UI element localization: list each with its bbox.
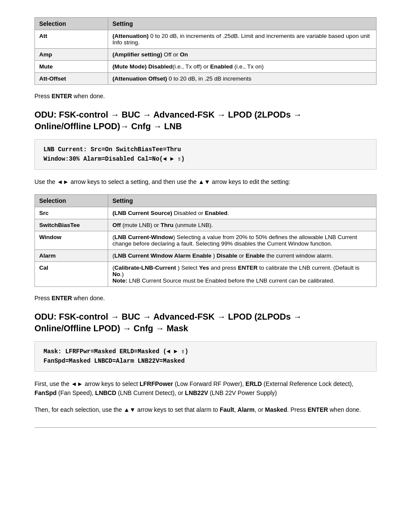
table1-row2-sel: Amp [35, 49, 108, 61]
table1-header-setting: Setting [108, 18, 377, 30]
table-row: Alarm (LNB Current Window Alarm Enable )… [35, 249, 377, 261]
table2-header-selection: Selection [35, 194, 108, 207]
code-block-2: Mask: LFRFPwr=Masked ERLD=Masked (◄ ► ⇧)… [34, 341, 377, 372]
table-row: Att (Attenuation) 0 to 20 dB, in increme… [35, 30, 377, 49]
code2-line1: Mask: LFRFPwr=Masked ERLD=Masked (◄ ► ⇧) [44, 348, 188, 355]
section1-heading: ODU: FSK-control → BUC → Advanced-FSK → … [34, 109, 377, 132]
table2-row3-set: (LNB Current-Window) Selecting a value f… [108, 231, 377, 249]
table2: Selection Setting Src (LNB Current Sourc… [34, 194, 377, 287]
table2-row4-sel: Alarm [35, 249, 108, 261]
table1-row4-set: (Attenuation Offset) 0 to 20 dB, in .25 … [108, 73, 377, 85]
instruction1: Use the ◄► arrow keys to select a settin… [34, 177, 377, 187]
table1-row1-set: (Attenuation) 0 to 20 dB, in increments … [108, 30, 377, 49]
section1-block: ODU: FSK-control → BUC → Advanced-FSK → … [34, 109, 377, 287]
table-row: Window (LNB Current-Window) Selecting a … [35, 231, 377, 249]
table-row: Amp (Amplifier setting) Off or On [35, 49, 377, 61]
press-enter-2: Press ENTER when done. [34, 295, 377, 302]
table1-container: Selection Setting Att (Attenuation) 0 to… [34, 17, 377, 85]
table2-row4-set: (LNB Current Window Alarm Enable ) Disab… [108, 249, 377, 261]
table-row: Cal (Calibrate-LNB-Current ) Select Yes … [35, 261, 377, 286]
table2-row5-set: (Calibrate-LNB-Current ) Select Yes and … [108, 261, 377, 286]
instruction3: Then, for each selection, use the ▲▼ arr… [34, 405, 377, 414]
table-row: Src (LNB Current Source) Disabled or Ena… [35, 207, 377, 219]
table2-row1-sel: Src [35, 207, 108, 219]
code-line2: Window:30% Alarm=Disabled Cal=No(◄ ► ⇧) [44, 156, 185, 162]
table2-row5-sel: Cal [35, 261, 108, 286]
bottom-divider [34, 427, 377, 428]
section2-block: ODU: FSK-control → BUC → Advanced-FSK → … [34, 311, 377, 414]
table2-row1-set: (LNB Current Source) Disabled or Enabled… [108, 207, 377, 219]
instruction2: First, use the ◄► arrow keys to select L… [34, 380, 377, 398]
table1-row2-set: (Amplifier setting) Off or On [108, 49, 377, 61]
table1-row3-sel: Mute [35, 61, 108, 73]
table2-row2-set: Off (mute LNB) or Thru (unmute LNB). [108, 219, 377, 231]
table-row: Att-Offset (Attenuation Offset) 0 to 20 … [35, 73, 377, 85]
table1-header-selection: Selection [35, 18, 108, 30]
table1-row3-set: (Mute Mode) Disabled(i.e., Tx off) or En… [108, 61, 377, 73]
code-block-1: LNB Current: Src=On SwitchBiasTee=Thru W… [34, 139, 377, 170]
code-line1: LNB Current: Src=On SwitchBiasTee=Thru [44, 146, 181, 153]
table2-row3-sel: Window [35, 231, 108, 249]
table2-row2-sel: SwitchBiasTee [35, 219, 108, 231]
table1-row1-sel: Att [35, 30, 108, 49]
table-row: SwitchBiasTee Off (mute LNB) or Thru (un… [35, 219, 377, 231]
table1: Selection Setting Att (Attenuation) 0 to… [34, 17, 377, 85]
table1-row4-sel: Att-Offset [35, 73, 108, 85]
press-enter-1: Press ENTER when done. [34, 93, 377, 100]
table2-header-setting: Setting [108, 194, 377, 207]
code2-line2: FanSpd=Masked LNBCD=Alarm LNB22V=Masked [44, 358, 185, 364]
section2-heading: ODU: FSK-control → BUC → Advanced-FSK → … [34, 311, 377, 334]
table-row: Mute (Mute Mode) Disabled(i.e., Tx off) … [35, 61, 377, 73]
